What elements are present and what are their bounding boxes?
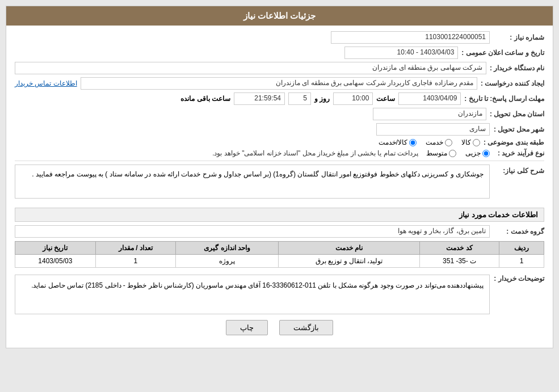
need-number-value: 1103001224000051 — [331, 31, 490, 44]
service-table: ردیف کد خدمت نام خدمت واحد اندازه گیری ت… — [15, 241, 544, 268]
category-radio-kala[interactable] — [473, 139, 480, 146]
buttons-row: بازگشت چاپ — [15, 320, 544, 342]
buyer-comments: پیشنهاددهنده می‌تواند در صورت وجود هرگون… — [15, 275, 490, 314]
cell-date: 1403/05/03 — [15, 255, 96, 268]
table-row: 1 ت -35- 351 تولید، انتقال و توزیع برق پ… — [15, 255, 544, 268]
page-header: جزئیات اطلاعات نیاز — [6, 6, 553, 26]
deadline-date: 1403/04/09 — [398, 92, 461, 105]
content-area: شماره نیاز : 1103001224000051 تاریخ و سا… — [6, 26, 553, 348]
service-group-label: گروه خدمت : — [493, 227, 544, 235]
need-description: جوشکاری و کسریزنی دکلهای خطوط فوقتوزیع ا… — [15, 165, 490, 199]
deadline-time: 10:00 — [333, 92, 373, 105]
page-container: جزئیات اطلاعات نیاز شماره نیاز : 1103001… — [6, 6, 553, 348]
deadline-remaining: 21:59:54 — [234, 92, 285, 105]
deadline-remaining-label: ساعت باقی مانده — [180, 95, 230, 103]
col-header-unit: واحد اندازه گیری — [176, 242, 279, 255]
deadline-days: 5 — [288, 92, 311, 105]
col-header-date: تاریخ نیاز — [15, 242, 96, 255]
need-description-label: شرح کلی نیاز: — [493, 167, 544, 175]
need-number-label: شماره نیاز : — [493, 33, 544, 41]
table-header-row: ردیف کد خدمت نام خدمت واحد اندازه گیری ت… — [15, 242, 544, 255]
page-title: جزئیات اطلاعات نیاز — [243, 11, 316, 20]
print-button[interactable]: چاپ — [226, 320, 268, 335]
service-group-row: گروه خدمت : تامین برق، گاز، بخار و تهویه… — [15, 225, 544, 238]
cell-quantity: 1 — [95, 255, 176, 268]
col-header-code: کد خدمت — [420, 242, 499, 255]
requester-row: نام دستگاه خریدار : شرکت سهامی برق منطقه… — [15, 62, 544, 74]
category-option-1[interactable]: کالا — [461, 138, 480, 146]
col-header-name: نام خدمت — [279, 242, 420, 255]
process-radio-jozi[interactable] — [482, 150, 490, 157]
cell-name: تولید، انتقال و توزیع برق — [279, 255, 420, 268]
contact-link[interactable]: اطلاعات تماس خریدار — [15, 79, 77, 87]
city-value: ساری — [376, 123, 490, 136]
requester-label: نام دستگاه خریدار : — [490, 64, 544, 72]
col-header-qty: تعداد / مقدار — [95, 242, 176, 255]
process-option-jozi[interactable]: جزیی — [465, 149, 490, 157]
cell-unit: پروژه — [176, 255, 279, 268]
need-description-row: شرح کلی نیاز: جوشکاری و کسریزنی دکلهای خ… — [15, 165, 544, 203]
cell-code: ت -35- 351 — [420, 255, 499, 268]
category-row: طبقه بندی موضوعی : کالا خدمت کالا/خدمت — [15, 138, 544, 146]
province-value: مازندران — [373, 108, 486, 120]
city-row: شهر محل تحویل : ساری — [15, 123, 544, 136]
process-radio-group: جزیی متوسط — [426, 149, 490, 157]
process-radio-motavaset[interactable] — [449, 150, 456, 157]
category-radio-khadamat[interactable] — [445, 139, 452, 146]
deadline-time-label: ساعت — [376, 95, 395, 103]
category-label: طبقه بندی موضوعی : — [484, 138, 544, 146]
category-option-3[interactable]: کالا/خدمت — [379, 138, 417, 146]
province-label: استان محل تحویل : — [490, 110, 544, 118]
process-label: نوع فرآیند خرید : — [493, 149, 544, 157]
announce-datetime-value: 1403/04/03 - 10:40 — [344, 47, 458, 59]
requester-value: شرکت سهامی برق منطقه ای مازندران — [15, 62, 486, 74]
buyer-comments-label: توضیحات خریدار : — [493, 275, 544, 283]
province-row: استان محل تحویل : مازندران — [15, 108, 544, 120]
creator-row: ایجاد کننده درخواست : مقدم رضازاده فاجار… — [15, 77, 544, 90]
need-number-row: شماره نیاز : 1103001224000051 — [15, 31, 544, 44]
divider-1 — [15, 161, 544, 161]
service-info-title: اطلاعات خدمات مورد نیاز — [15, 208, 544, 222]
need-number-label2: تاریخ و ساعت اعلان عمومی : — [461, 49, 544, 57]
back-button[interactable]: بازگشت — [279, 320, 333, 335]
col-header-row: ردیف — [499, 242, 544, 255]
process-row: نوع فرآیند خرید : جزیی متوسط پرداخت تمام… — [15, 149, 544, 157]
deadline-days-label: روز و — [314, 95, 330, 103]
category-radio-kala-khadamat[interactable] — [409, 139, 417, 146]
buyer-comments-row: توضیحات خریدار : پیشنهاددهنده می‌تواند د… — [15, 272, 544, 314]
process-option-motavaset[interactable]: متوسط — [426, 149, 456, 157]
service-group-value: تامین برق، گاز، بخار و تهویه هوا — [15, 225, 490, 238]
announce-row: تاریخ و ساعت اعلان عمومی : 1403/04/03 - … — [15, 47, 544, 59]
deadline-row: مهلت ارسال پاسخ: تا تاریخ : 1403/04/09 س… — [15, 92, 544, 105]
city-label: شهر محل تحویل : — [493, 125, 544, 133]
process-note: پرداخت تمام یا بخشی از مبلغ خریداز محل "… — [212, 149, 418, 157]
creator-value: مقدم رضازاده فاجاری کاربردار شرکت سهامی … — [81, 77, 477, 90]
deadline-label: مهلت ارسال پاسخ: تا تاریخ : — [464, 95, 544, 103]
cell-row: 1 — [499, 255, 544, 268]
category-radio-group: کالا خدمت کالا/خدمت — [379, 138, 480, 146]
category-option-2[interactable]: خدمت — [426, 138, 452, 146]
creator-label: ایجاد کننده درخواست : — [481, 79, 544, 87]
